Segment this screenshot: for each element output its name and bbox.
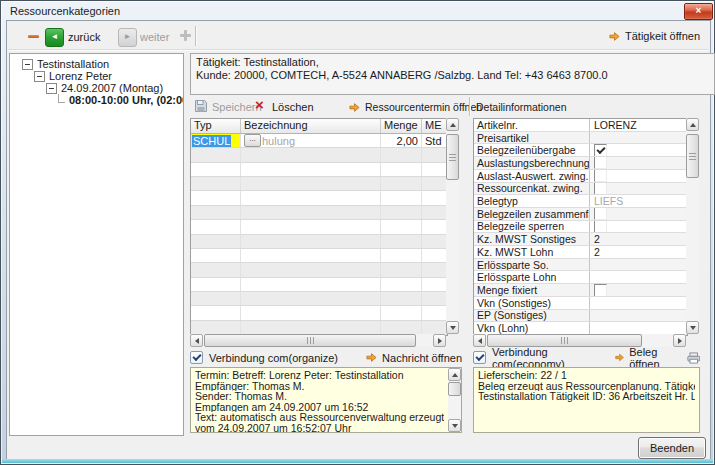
detail-value[interactable] bbox=[590, 284, 687, 296]
open-message-link[interactable]: Nachricht öffnen bbox=[366, 352, 462, 364]
detail-checkbox[interactable] bbox=[594, 157, 607, 169]
scrollbar-thumb[interactable] bbox=[204, 334, 416, 347]
scroll-up-button[interactable] bbox=[448, 368, 461, 381]
back-button[interactable]: ◄ bbox=[45, 28, 64, 47]
minus-icon[interactable] bbox=[28, 35, 39, 38]
scrollbar-thumb[interactable] bbox=[448, 382, 461, 396]
delete-button[interactable]: Löschen bbox=[272, 100, 314, 114]
open-resource-appointment-link[interactable]: Ressourcentermin öffnen bbox=[349, 100, 482, 114]
detail-checkbox[interactable] bbox=[594, 144, 607, 156]
forward-button-label[interactable]: weiter bbox=[140, 31, 169, 44]
close-icon[interactable]: × bbox=[684, 3, 713, 20]
lookup-ellipsis-button[interactable]: ... bbox=[244, 134, 261, 147]
me-cell[interactable]: Std bbox=[422, 134, 447, 147]
collapse-icon[interactable] bbox=[22, 59, 33, 70]
detail-checkbox[interactable] bbox=[594, 208, 607, 220]
scroll-left-button[interactable] bbox=[190, 334, 203, 347]
detail-value[interactable]: LIEFS bbox=[590, 195, 687, 207]
detail-row[interactable]: Auslastungsberechnung bbox=[474, 157, 687, 170]
collapse-icon[interactable] bbox=[34, 71, 45, 82]
detail-value[interactable] bbox=[590, 132, 687, 144]
scrollbar-thumb[interactable] bbox=[686, 134, 699, 178]
detail-row[interactable]: Belegzeilen zusammenfassen bbox=[474, 208, 687, 221]
table-row-empty[interactable] bbox=[191, 191, 447, 205]
detail-checkbox[interactable] bbox=[594, 183, 607, 195]
detail-row[interactable]: Ressourcenkat. zwing. bbox=[474, 183, 687, 196]
detail-row[interactable]: Auslast-Auswert. zwing. bbox=[474, 170, 687, 183]
detail-value[interactable] bbox=[590, 271, 687, 283]
detail-checkbox[interactable] bbox=[594, 221, 607, 233]
tree-item[interactable]: 24.09.2007 (Montag) bbox=[10, 82, 183, 94]
bezeichnung-cell[interactable]: ... hulung bbox=[241, 134, 381, 147]
triangle-right-icon bbox=[438, 338, 442, 344]
detail-checkbox[interactable] bbox=[594, 284, 607, 296]
detail-value[interactable]: 2 bbox=[590, 246, 687, 258]
scroll-right-button[interactable] bbox=[433, 334, 446, 347]
detail-row[interactable]: Erlössparte So. bbox=[474, 259, 687, 272]
detail-value[interactable] bbox=[590, 322, 687, 334]
detail-value[interactable] bbox=[590, 144, 687, 156]
detail-value[interactable] bbox=[590, 183, 687, 195]
detail-row[interactable]: EP (Sonstiges) bbox=[474, 310, 687, 323]
back-button-label[interactable]: zurück bbox=[68, 31, 100, 44]
scroll-up-button[interactable] bbox=[686, 118, 699, 131]
table-row-empty[interactable] bbox=[191, 206, 447, 220]
detail-value[interactable]: LORENZ bbox=[590, 119, 687, 131]
detail-value[interactable] bbox=[590, 170, 687, 182]
detail-value[interactable] bbox=[590, 208, 687, 220]
detail-value[interactable] bbox=[590, 221, 687, 233]
end-button[interactable]: Beenden bbox=[638, 437, 706, 459]
table-row-empty[interactable] bbox=[191, 163, 447, 177]
typ-edit-cell[interactable]: SCHUL bbox=[191, 134, 241, 147]
scrollbar-thumb[interactable] bbox=[446, 134, 459, 180]
table-row-empty[interactable] bbox=[191, 249, 447, 263]
table-row-empty[interactable] bbox=[191, 220, 447, 234]
table-row-empty[interactable] bbox=[191, 278, 447, 292]
detail-row[interactable]: Preisartikel bbox=[474, 132, 687, 145]
forward-button[interactable]: ► bbox=[118, 28, 137, 47]
detail-row[interactable]: Menge fixiert bbox=[474, 284, 687, 297]
detail-value[interactable] bbox=[590, 297, 687, 309]
menge-cell[interactable]: 2,00 bbox=[381, 134, 422, 147]
table-header-menge[interactable]: Menge bbox=[381, 119, 422, 133]
table-row-empty[interactable] bbox=[191, 321, 447, 335]
table-row-empty[interactable] bbox=[191, 148, 447, 162]
scroll-down-button[interactable] bbox=[448, 419, 461, 432]
scroll-down-button[interactable] bbox=[446, 321, 459, 334]
detail-row[interactable]: Vkn (Sonstiges) bbox=[474, 297, 687, 310]
detail-value[interactable] bbox=[590, 310, 687, 322]
detail-row[interactable]: Erlössparte Lohn bbox=[474, 271, 687, 284]
detail-row[interactable]: BelegtypLIEFS bbox=[474, 195, 687, 208]
tree-item[interactable]: 08:00-10:00 Uhr, (02:00 Std.) bbox=[10, 94, 183, 106]
detail-value[interactable] bbox=[590, 259, 687, 271]
table-row-empty[interactable] bbox=[191, 306, 447, 320]
table-row-empty[interactable] bbox=[191, 263, 447, 277]
table-row-empty[interactable] bbox=[191, 292, 447, 306]
economy-checkbox[interactable] bbox=[473, 351, 486, 364]
scroll-left-button[interactable] bbox=[473, 334, 486, 347]
collapse-icon[interactable] bbox=[46, 83, 57, 94]
detail-value[interactable]: 2 bbox=[590, 233, 687, 245]
tree-item[interactable]: Lorenz Peter bbox=[10, 70, 183, 82]
detail-value[interactable] bbox=[590, 157, 687, 169]
table-row-empty[interactable] bbox=[191, 235, 447, 249]
detail-checkbox[interactable] bbox=[594, 170, 607, 182]
plus-icon[interactable] bbox=[180, 30, 191, 41]
table-row[interactable]: SCHUL ... hulung 2,00 Std bbox=[191, 134, 447, 148]
table-header-typ[interactable]: Typ bbox=[191, 119, 241, 133]
table-header-me[interactable]: ME bbox=[422, 119, 447, 133]
open-document-link[interactable]: Beleg öffnen bbox=[615, 346, 681, 370]
detail-row[interactable]: Kz. MWST Lohn2 bbox=[474, 246, 687, 259]
organize-checkbox[interactable] bbox=[190, 351, 203, 364]
tree-item[interactable]: Testinstallation bbox=[10, 58, 183, 70]
detail-row[interactable]: Kz. MWST Sonstiges2 bbox=[474, 233, 687, 246]
printer-icon[interactable] bbox=[687, 351, 701, 365]
scroll-down-button[interactable] bbox=[686, 321, 699, 334]
scroll-up-button[interactable] bbox=[446, 118, 459, 131]
open-activity-link[interactable]: Tätigkeit öffnen bbox=[609, 29, 700, 43]
detail-row[interactable]: Belegzeile sperren bbox=[474, 221, 687, 234]
table-row-empty[interactable] bbox=[191, 177, 447, 191]
table-header-bezeichnung[interactable]: Bezeichnung bbox=[241, 119, 381, 133]
detail-row[interactable]: Artikelnr.LORENZ bbox=[474, 119, 687, 132]
detail-row[interactable]: Belegzeilenübergabe bbox=[474, 144, 687, 157]
